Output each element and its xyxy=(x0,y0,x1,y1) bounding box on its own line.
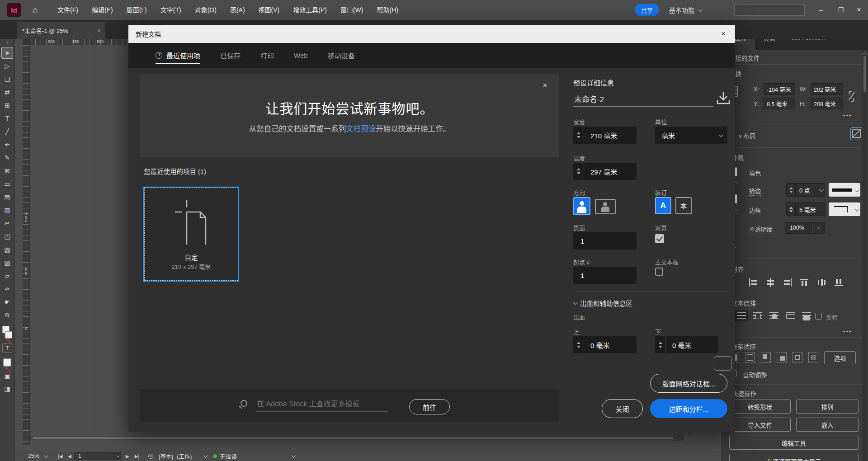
menu-item[interactable]: 帮助(H) xyxy=(370,0,405,20)
stepper-arrows[interactable] xyxy=(573,163,584,180)
portrait-orientation-icon[interactable] xyxy=(573,197,590,215)
height-stepper[interactable]: 297 毫米 xyxy=(573,163,637,180)
first-page-button[interactable]: |◀ xyxy=(58,454,62,459)
stepper-arrows[interactable] xyxy=(573,336,584,353)
menu-item[interactable]: 增效工具(P) xyxy=(286,0,334,20)
binding-left-to-right-icon[interactable]: A xyxy=(655,197,671,214)
pages-input[interactable]: 1 xyxy=(573,232,637,249)
opacity-label[interactable]: 不透明度 xyxy=(749,225,773,234)
fit-content-prop-icon[interactable] xyxy=(761,353,771,362)
invert-checkbox[interactable] xyxy=(815,313,822,320)
ruler-origin-corner[interactable] xyxy=(23,39,30,45)
arrange-button[interactable]: 排列 xyxy=(796,400,859,414)
close-tab-icon[interactable]: × xyxy=(97,27,101,34)
menu-item[interactable]: 对象(O) xyxy=(188,0,223,20)
binding-right-to-left-icon[interactable]: 本 xyxy=(675,197,692,214)
close-dialog-icon[interactable]: × xyxy=(718,28,729,39)
menu-item[interactable]: 视图(V) xyxy=(252,0,287,20)
stroke-label[interactable]: 描边 xyxy=(749,186,761,196)
horizontal-grid-tool[interactable]: ▤ xyxy=(1,191,13,203)
last-page-button[interactable]: ▶| xyxy=(135,454,139,459)
tab-recent[interactable]: 最近使用项 xyxy=(156,43,200,68)
tab-mobile[interactable]: 移动设备 xyxy=(328,43,355,68)
primary-text-frame-checkbox[interactable] xyxy=(655,268,663,276)
free-transform-tool[interactable]: ◳ xyxy=(1,230,13,242)
vertical-grid-tool[interactable]: ▥ xyxy=(1,204,13,216)
wrap-jump-column-icon[interactable] xyxy=(801,311,812,321)
width-stepper[interactable]: 210 毫米 xyxy=(573,127,637,144)
opacity-input[interactable]: 100% xyxy=(785,222,812,234)
facing-pages-checkbox[interactable] xyxy=(655,234,664,243)
fill-label[interactable]: 填色 xyxy=(749,169,761,177)
fit-frame-icon[interactable] xyxy=(745,353,755,362)
chevron-down-icon[interactable] xyxy=(44,453,48,458)
minimize-button[interactable]: – xyxy=(812,0,830,20)
align-hcenter-icon[interactable] xyxy=(765,278,775,287)
close-button[interactable]: 关闭 xyxy=(602,399,643,418)
apply-none-swatch[interactable] xyxy=(4,359,11,367)
menu-item[interactable]: 表(A) xyxy=(223,0,252,20)
page-tool[interactable]: ❏ xyxy=(1,73,13,85)
bleed-section-header[interactable]: 出血和辅助信息区 xyxy=(573,298,632,308)
pen-tool[interactable]: ✒ xyxy=(1,139,13,151)
vertical-ruler[interactable]: 100 50 0 xyxy=(23,45,30,445)
collapse-panel-icon[interactable]: » xyxy=(6,40,9,46)
show-in-explorer-button[interactable]: 在资源管理器中显示 xyxy=(729,454,859,461)
embed-button[interactable]: 嵌入 xyxy=(796,418,859,432)
go-button[interactable]: 前往 xyxy=(409,399,450,414)
zoom-tool[interactable]: ⚲ xyxy=(0,307,15,324)
adjust-layout-icon[interactable] xyxy=(850,127,863,140)
unit-dropdown[interactable]: 毫米 xyxy=(655,127,727,144)
selection-tool[interactable]: ➤ xyxy=(1,47,13,59)
scroll-corner-box[interactable] xyxy=(673,434,684,441)
fitting-options-button[interactable]: 选项 xyxy=(824,351,856,364)
menu-item[interactable]: 文字(T) xyxy=(154,0,188,20)
share-button[interactable]: 共享 xyxy=(635,4,659,16)
corner-size-stepper[interactable]: 5 毫米 xyxy=(786,202,825,216)
gap-tool[interactable]: ⇄ xyxy=(1,86,13,98)
wrap-more-options-icon[interactable]: ••• xyxy=(843,328,852,335)
document-presets-link[interactable]: 文档预设 xyxy=(346,125,376,133)
align-bottom-icon[interactable] xyxy=(834,278,844,287)
gradient-feather-tool[interactable]: ▨ xyxy=(1,257,13,268)
prev-page-button[interactable]: ◀ xyxy=(68,454,71,459)
wrap-object-shape-icon[interactable] xyxy=(768,311,780,321)
transform-more-options-icon[interactable]: ••• xyxy=(843,112,852,119)
bleed-bottom-stepper[interactable]: 0 毫米 xyxy=(655,336,718,353)
wrap-none-icon[interactable] xyxy=(736,311,747,321)
h-input[interactable]: 208 毫米 xyxy=(811,98,843,109)
wrap-bounding-box-icon[interactable] xyxy=(752,311,764,321)
import-file-button[interactable]: 导入文件 xyxy=(729,418,791,432)
chevron-down-icon[interactable] xyxy=(816,188,825,192)
fill-frame-prop-icon[interactable] xyxy=(777,353,787,362)
line-tool[interactable]: ╱ xyxy=(1,126,13,137)
stepper-arrows[interactable] xyxy=(787,183,796,196)
home-icon[interactable]: ⌂ xyxy=(33,5,38,15)
stroke-weight-stepper[interactable]: 0 点 xyxy=(786,183,825,197)
frame-tool[interactable]: ⊠ xyxy=(1,165,13,177)
app-search-input[interactable] xyxy=(734,4,805,16)
corner-style-dropdown[interactable] xyxy=(829,202,860,216)
close-banner-icon[interactable]: × xyxy=(542,80,547,90)
w-input[interactable]: 202 毫米 xyxy=(811,83,843,95)
close-window-button[interactable]: × xyxy=(850,0,868,20)
menu-item[interactable]: 版面(L) xyxy=(120,0,154,20)
bleed-link-chain-button[interactable] xyxy=(714,356,732,371)
note-tool[interactable]: ▱ xyxy=(1,270,13,282)
wrap-jump-object-icon[interactable] xyxy=(784,311,796,321)
y-input[interactable]: 8.5 毫米 xyxy=(764,98,795,109)
preview-mode-icon[interactable]: ◨ xyxy=(1,383,13,395)
menu-item[interactable]: 编辑(E) xyxy=(85,0,120,20)
save-preset-download-icon[interactable] xyxy=(715,89,731,106)
formatting-affects-text-icon[interactable]: T xyxy=(2,343,12,353)
tab-print[interactable]: 打印 xyxy=(260,43,274,68)
hand-tool[interactable]: ☛ xyxy=(1,296,13,308)
menu-item[interactable]: 文件(F) xyxy=(51,0,85,20)
stepper-arrows[interactable] xyxy=(655,336,666,353)
chevron-down-icon[interactable] xyxy=(203,453,208,458)
horizontal-scrollbar[interactable] xyxy=(30,436,684,440)
landscape-orientation-icon[interactable] xyxy=(595,199,616,214)
eyedropper-tool[interactable]: ✑ xyxy=(1,283,13,295)
constrain-proportions-broken-chain-icon[interactable] xyxy=(847,89,858,102)
rectangle-tool[interactable]: ▭ xyxy=(1,178,13,190)
